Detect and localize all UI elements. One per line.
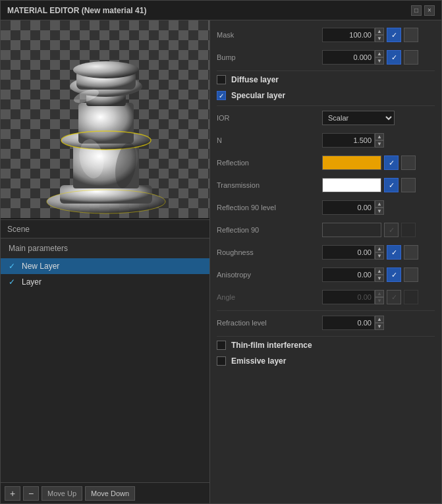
ior-select[interactable]: Scalar Full RGB Artistic xyxy=(322,111,395,125)
reflection-check-btn[interactable]: ✓ xyxy=(384,155,399,170)
reflection-texture-btn[interactable] xyxy=(401,155,416,170)
anisotropy-row: Anisotropy ▲ ▼ ✓ xyxy=(217,266,435,284)
divider-3 xyxy=(217,310,435,311)
roughness-label: Roughness xyxy=(217,248,322,256)
refraction-level-spin-up[interactable]: ▲ xyxy=(375,316,384,323)
angle-spinner: ▲ ▼ xyxy=(375,290,384,304)
svg-point-8 xyxy=(73,61,139,78)
emissive-layer-label: Emissive layer xyxy=(231,356,286,366)
3d-preview-object xyxy=(20,34,179,218)
angle-spin-down: ▼ xyxy=(375,297,384,304)
bump-spin-down[interactable]: ▼ xyxy=(375,57,384,65)
window-title: MATERIAL EDITOR (New material 41) xyxy=(7,6,146,15)
roughness-spin-up[interactable]: ▲ xyxy=(375,245,384,252)
reflection-90-level-spin-group: ▲ ▼ xyxy=(322,200,384,215)
angle-spin-up: ▲ xyxy=(375,290,384,297)
reflection-90-level-spin-up[interactable]: ▲ xyxy=(375,200,384,208)
bump-spin-up[interactable]: ▲ xyxy=(375,50,384,57)
angle-label: Angle xyxy=(217,293,322,301)
roughness-row: Roughness ▲ ▼ ✓ xyxy=(217,243,435,262)
reflection-90-level-spin-down[interactable]: ▼ xyxy=(375,208,384,215)
n-controls: ▲ ▼ xyxy=(322,133,435,148)
divider-4 xyxy=(217,336,435,337)
close-button[interactable]: × xyxy=(424,5,435,16)
bump-input[interactable] xyxy=(322,50,375,65)
mask-texture-btn[interactable] xyxy=(404,28,418,42)
add-layer-button[interactable]: + xyxy=(5,486,20,501)
reflection-label: Reflection xyxy=(217,159,322,167)
anisotropy-spin-up[interactable]: ▲ xyxy=(375,267,384,275)
roughness-spinner: ▲ ▼ xyxy=(375,245,384,260)
n-row: N ▲ ▼ xyxy=(217,131,435,150)
check-icon-layer: ✓ xyxy=(9,277,18,287)
move-down-button[interactable]: Move Down xyxy=(85,486,135,501)
specular-layer-label: Specular layer xyxy=(231,91,285,100)
transmission-check-btn[interactable]: ✓ xyxy=(384,178,399,192)
roughness-input[interactable] xyxy=(322,245,375,260)
svg-rect-4 xyxy=(78,103,134,144)
roughness-texture-btn[interactable] xyxy=(404,245,418,260)
reflection-90-level-label: Reflection 90 level xyxy=(217,204,322,211)
mask-controls: ▲ ▼ ✓ xyxy=(322,28,435,42)
bump-check-btn[interactable]: ✓ xyxy=(387,50,401,65)
roughness-spin-group: ▲ ▼ xyxy=(322,245,384,260)
thin-film-checkbox[interactable] xyxy=(217,341,226,350)
anisotropy-texture-btn[interactable] xyxy=(404,267,418,282)
mask-row: Mask ▲ ▼ ✓ xyxy=(217,26,435,44)
angle-check-btn: ✓ xyxy=(387,290,401,304)
move-up-button[interactable]: Move Up xyxy=(41,486,82,501)
refraction-level-input[interactable] xyxy=(322,316,375,330)
left-panel: Scene Main parameters ✓ New Layer ✓ Laye… xyxy=(1,20,210,503)
layers-toolbar: + − Move Up Move Down xyxy=(1,482,209,503)
anisotropy-label: Anisotropy xyxy=(217,271,322,279)
material-editor-window: MATERIAL EDITOR (New material 41) □ × xyxy=(0,0,442,504)
mask-spin-down[interactable]: ▼ xyxy=(375,35,384,42)
n-spin-up[interactable]: ▲ xyxy=(375,133,384,140)
diffuse-layer-row: Diffuse layer xyxy=(217,74,435,86)
mask-input[interactable] xyxy=(322,28,375,42)
ior-controls: Scalar Full RGB Artistic xyxy=(322,111,435,125)
reflection-90-level-input[interactable] xyxy=(322,200,375,215)
layer-item-layer[interactable]: ✓ Layer xyxy=(1,274,209,290)
thin-film-row: Thin-film interference xyxy=(217,339,435,351)
n-spinner: ▲ ▼ xyxy=(375,133,384,148)
emissive-layer-checkbox[interactable] xyxy=(217,356,226,366)
layers-panel: Main parameters ✓ New Layer ✓ Layer xyxy=(1,238,209,482)
anisotropy-input[interactable] xyxy=(322,267,375,282)
bump-texture-btn[interactable] xyxy=(404,50,418,65)
reflection-90-check-btn: ✓ xyxy=(384,223,399,237)
emissive-layer-row: Emissive layer xyxy=(217,355,435,367)
mask-check-btn[interactable]: ✓ xyxy=(387,28,401,42)
n-input[interactable] xyxy=(322,133,375,148)
reflection-90-row: Reflection 90 ✓ xyxy=(217,221,435,239)
anisotropy-spin-down[interactable]: ▼ xyxy=(375,275,384,282)
transmission-color-swatch[interactable] xyxy=(322,178,381,192)
transmission-texture-btn[interactable] xyxy=(401,178,416,192)
bump-spin-group: ▲ ▼ xyxy=(322,50,384,65)
layer-item-new-layer[interactable]: ✓ New Layer xyxy=(1,258,209,274)
roughness-spin-down[interactable]: ▼ xyxy=(375,252,384,260)
roughness-check-btn[interactable]: ✓ xyxy=(387,245,401,260)
diffuse-layer-checkbox[interactable] xyxy=(217,75,226,84)
anisotropy-spin-group: ▲ ▼ xyxy=(322,267,384,282)
remove-layer-button[interactable]: − xyxy=(23,486,39,501)
reflection-90-label: Reflection 90 xyxy=(217,226,322,234)
n-label: N xyxy=(217,136,322,144)
refraction-level-row: Refraction level ▲ ▼ xyxy=(217,314,435,332)
anisotropy-check-btn[interactable]: ✓ xyxy=(387,267,401,282)
refraction-level-label: Refraction level xyxy=(217,319,322,327)
angle-spin-group: ▲ ▼ xyxy=(322,290,384,304)
diffuse-layer-label: Diffuse layer xyxy=(231,75,279,84)
scene-label: Scene xyxy=(1,219,209,238)
specular-layer-checkbox[interactable]: ✓ xyxy=(217,91,226,100)
refraction-level-spinner: ▲ ▼ xyxy=(375,316,384,330)
mask-spin-up[interactable]: ▲ xyxy=(375,28,384,35)
n-spin-down[interactable]: ▼ xyxy=(375,140,384,148)
reflection-color-swatch[interactable] xyxy=(322,155,381,170)
refraction-level-spin-down[interactable]: ▼ xyxy=(375,323,384,330)
ior-row: IOR Scalar Full RGB Artistic xyxy=(217,109,435,127)
transmission-controls: ✓ xyxy=(322,178,435,192)
angle-row: Angle ▲ ▼ ✓ xyxy=(217,288,435,306)
minimize-button[interactable]: □ xyxy=(411,5,422,16)
angle-input xyxy=(322,290,375,304)
